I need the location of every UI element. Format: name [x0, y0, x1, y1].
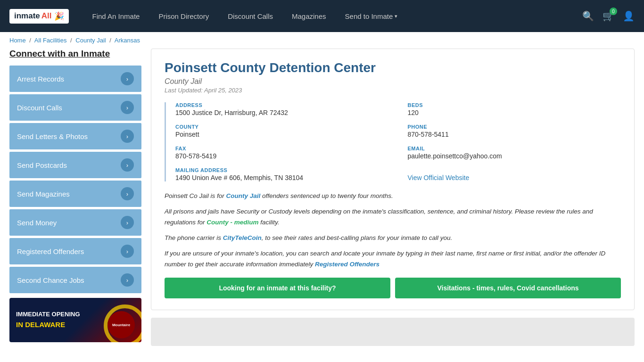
arrow-icon: › — [121, 101, 134, 114]
dropdown-arrow-icon: ▾ — [395, 13, 397, 19]
sidebar-item-arrest-records[interactable]: Arrest Records › — [9, 66, 141, 92]
sidebar-title: Connect with an Inmate — [9, 49, 141, 59]
fax-value: 870-578-5419 — [175, 152, 389, 160]
main-layout: Connect with an Inmate Arrest Records › … — [0, 49, 644, 346]
detail-website: View Official Website — [408, 167, 621, 181]
detail-address: ADDRESS 1500 Justice Dr, Harrisburg, AR … — [175, 102, 389, 116]
facility-card: Poinsett County Detention Center County … — [151, 49, 635, 310]
arrow-icon: › — [121, 187, 134, 200]
address-value: 1500 Justice Dr, Harrisburg, AR 72432 — [175, 109, 389, 116]
facility-description: Poinsett Co Jail is for County Jail offe… — [165, 191, 621, 270]
sidebar-item-send-letters[interactable]: Send Letters & Photos › — [9, 123, 141, 149]
cart-badge: 0 — [610, 8, 617, 15]
nav-find-inmate[interactable]: Find An Inmate — [83, 0, 149, 32]
search-button[interactable]: 🔍 — [582, 10, 594, 22]
nav-send-to-inmate[interactable]: Send to Inmate ▾ — [336, 0, 407, 32]
nav-magazines[interactable]: Magazines — [282, 0, 336, 32]
navbar: inmate All 🎉 Find An Inmate Prison Direc… — [0, 0, 644, 32]
website-link[interactable]: View Official Website — [408, 174, 470, 181]
nav-discount-calls[interactable]: Discount Calls — [218, 0, 282, 32]
detail-fax: FAX 870-578-5419 — [175, 146, 389, 160]
logo[interactable]: inmate All 🎉 — [9, 9, 69, 24]
sidebar-item-send-magazines[interactable]: Send Magazines › — [9, 181, 141, 207]
content-area: Poinsett County Detention Center County … — [151, 49, 635, 346]
desc-paragraph-3: The phone carrier is CityTeleCoin, to se… — [165, 233, 621, 244]
logo-icon: 🎉 — [54, 11, 64, 21]
facility-type: County Jail — [165, 77, 621, 86]
beds-value: 120 — [408, 109, 621, 116]
nav-links: Find An Inmate Prison Directory Discount… — [83, 0, 582, 32]
cart-button[interactable]: 🛒 0 — [603, 10, 614, 22]
sidebar-item-registered-offenders[interactable]: Registered Offenders › — [9, 238, 141, 264]
breadcrumb: Home / All Facilities / County Jail / Ar… — [0, 32, 644, 49]
detail-email: EMAIL paulette.poinsettco@yahoo.com — [408, 146, 621, 160]
beds-label: BEDS — [408, 102, 621, 108]
phone-label: PHONE — [408, 124, 621, 130]
sidebar-item-send-postcards[interactable]: Send Postcards › — [9, 152, 141, 178]
sidebar-item-discount-calls[interactable]: Discount Calls › — [9, 94, 141, 121]
county-medium-link[interactable]: County - medium — [206, 219, 258, 226]
arrow-icon: › — [121, 158, 134, 172]
mailing-label: MAILING ADDRESS — [175, 167, 389, 173]
arrow-icon: › — [121, 130, 134, 143]
desc-paragraph-4: If you are unsure of your inmate's locat… — [165, 248, 621, 270]
looking-for-inmate-button[interactable]: Looking for an inmate at this facility? — [165, 278, 390, 298]
email-label: EMAIL — [408, 146, 621, 151]
registered-offenders-link[interactable]: Registered Offenders — [315, 261, 380, 268]
facility-details: ADDRESS 1500 Justice Dr, Harrisburg, AR … — [165, 102, 621, 181]
nav-icons: 🔍 🛒 0 👤 — [582, 10, 635, 22]
desc-paragraph-1: Poinsett Co Jail is for County Jail offe… — [165, 191, 621, 202]
facility-updated: Last Updated: April 25, 2023 — [165, 87, 621, 94]
action-buttons: Looking for an inmate at this facility? … — [165, 278, 621, 298]
county-value: Poinsett — [175, 131, 389, 138]
arrow-icon: › — [121, 245, 134, 258]
detail-county: COUNTY Poinsett — [175, 124, 389, 138]
details-grid: ADDRESS 1500 Justice Dr, Harrisburg, AR … — [175, 102, 621, 181]
sidebar-ad[interactable]: IMMEDIATE OPENING IN DELAWARE Mountaire — [9, 298, 141, 342]
citytelecoin-link[interactable]: CityTeleCoin — [223, 234, 262, 241]
breadcrumb-home[interactable]: Home — [9, 37, 26, 44]
address-label: ADDRESS — [175, 102, 389, 108]
phone-value: 870-578-5411 — [408, 131, 621, 138]
breadcrumb-sep3: / — [109, 37, 111, 44]
county-label: COUNTY — [175, 124, 389, 130]
fax-label: FAX — [175, 146, 389, 151]
mailing-value: 1490 Union Ave # 606, Memphis, TN 38104 — [175, 174, 389, 181]
breadcrumb-all-facilities[interactable]: All Facilities — [34, 37, 67, 44]
sidebar-item-second-chance-jobs[interactable]: Second Chance Jobs › — [9, 267, 141, 293]
sidebar-ad-text: IMMEDIATE OPENING IN DELAWARE — [9, 305, 87, 336]
breadcrumb-sep1: / — [29, 37, 31, 44]
detail-mailing: MAILING ADDRESS 1490 Union Ave # 606, Me… — [175, 167, 389, 181]
user-button[interactable]: 👤 — [623, 10, 635, 22]
email-value: paulette.poinsettco@yahoo.com — [408, 152, 621, 160]
sidebar: Connect with an Inmate Arrest Records › … — [9, 49, 141, 346]
sidebar-item-send-money[interactable]: Send Money › — [9, 209, 141, 236]
nav-prison-directory[interactable]: Prison Directory — [149, 0, 218, 32]
logo-all-text: All — [41, 11, 52, 21]
visitations-button[interactable]: Visitations - times, rules, Covid cancel… — [395, 278, 621, 298]
detail-phone: PHONE 870-578-5411 — [408, 124, 621, 138]
arrow-icon: › — [121, 273, 134, 287]
facility-title: Poinsett County Detention Center — [165, 60, 621, 75]
sidebar-ad-brand: Mountaire — [107, 311, 135, 338]
content-footer — [151, 318, 635, 346]
arrow-icon: › — [121, 72, 134, 85]
breadcrumb-arkansas[interactable]: Arkansas — [115, 37, 140, 44]
logo-text: inmate — [14, 11, 40, 21]
county-jail-link[interactable]: County Jail — [226, 192, 261, 199]
detail-beds: BEDS 120 — [408, 102, 621, 116]
breadcrumb-sep2: / — [70, 37, 72, 44]
desc-paragraph-2: All prisons and jails have Security or C… — [165, 206, 621, 228]
breadcrumb-county-jail[interactable]: County Jail — [75, 37, 106, 44]
arrow-icon: › — [121, 216, 134, 229]
